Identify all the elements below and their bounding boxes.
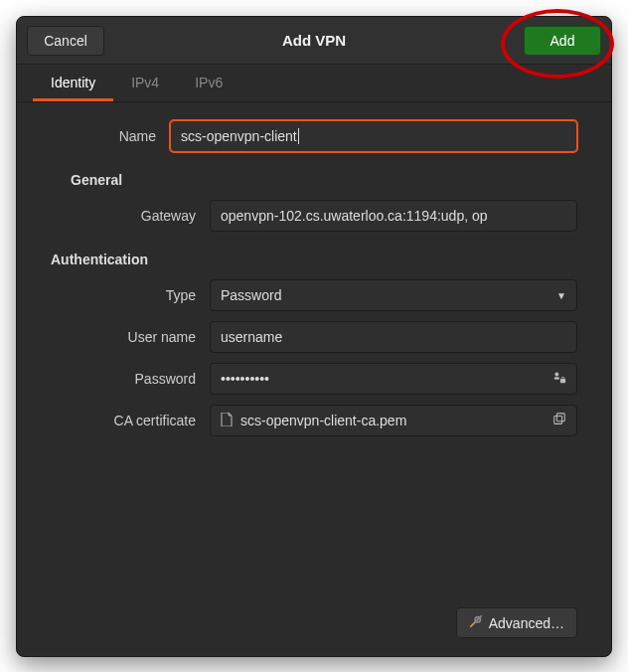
svg-rect-3	[561, 377, 564, 380]
type-value: Password	[221, 287, 281, 303]
tab-ipv4[interactable]: IPv4	[113, 65, 177, 101]
file-icon	[221, 413, 233, 429]
password-store-icon[interactable]	[552, 371, 566, 388]
svg-rect-4	[554, 416, 562, 423]
name-row: Name scs-openvpn-client	[51, 120, 577, 152]
tools-icon	[469, 614, 483, 631]
footer-row: Advanced…	[51, 603, 577, 642]
gateway-value: openvpn-102.cs.uwaterloo.ca:1194:udp, op	[221, 208, 488, 224]
add-button[interactable]: Add	[524, 26, 601, 56]
username-row: User name username	[80, 321, 577, 353]
ca-cert-row: CA certificate scs-openvpn-client-ca.pem	[80, 405, 577, 436]
password-input[interactable]: ••••••••••	[210, 363, 577, 395]
chevron-down-icon: ▼	[556, 290, 566, 301]
advanced-label: Advanced…	[489, 615, 564, 631]
dialog-title: Add VPN	[104, 32, 524, 49]
tab-ipv6[interactable]: IPv6	[177, 65, 240, 101]
text-cursor	[298, 128, 299, 144]
type-label: Type	[80, 287, 210, 303]
ca-cert-label: CA certificate	[80, 413, 210, 428]
svg-point-0	[554, 372, 558, 376]
password-value: ••••••••••	[221, 371, 269, 387]
tab-bar: Identity IPv4 IPv6	[17, 65, 611, 102]
svg-rect-1	[554, 377, 559, 380]
add-vpn-dialog: Cancel Add VPN Add Identity IPv4 IPv6 Na…	[16, 16, 612, 657]
ca-cert-chooser[interactable]: scs-openvpn-client-ca.pem	[210, 405, 577, 436]
gateway-label: Gateway	[80, 208, 210, 224]
general-heading: General	[71, 172, 577, 188]
browse-icon[interactable]	[552, 413, 566, 429]
dialog-header: Cancel Add VPN Add	[17, 17, 611, 65]
username-label: User name	[80, 329, 210, 345]
cancel-button[interactable]: Cancel	[27, 26, 104, 56]
dialog-content: Name scs-openvpn-client General Gateway …	[17, 102, 611, 656]
type-select[interactable]: Password ▼	[210, 279, 577, 311]
gateway-row: Gateway openvpn-102.cs.uwaterloo.ca:1194…	[80, 200, 577, 232]
ca-cert-value: scs-openvpn-client-ca.pem	[240, 413, 406, 428]
username-input[interactable]: username	[210, 321, 577, 353]
username-value: username	[221, 329, 282, 345]
auth-heading: Authentication	[51, 252, 577, 267]
password-label: Password	[80, 371, 210, 387]
password-row: Password ••••••••••	[80, 363, 577, 395]
type-row: Type Password ▼	[80, 279, 577, 311]
advanced-button[interactable]: Advanced…	[456, 607, 577, 638]
name-label: Name	[51, 128, 170, 144]
tab-identity[interactable]: Identity	[33, 65, 113, 101]
name-value: scs-openvpn-client	[181, 128, 297, 144]
gateway-input[interactable]: openvpn-102.cs.uwaterloo.ca:1194:udp, op	[210, 200, 577, 232]
name-input[interactable]: scs-openvpn-client	[170, 120, 577, 152]
svg-rect-5	[556, 413, 564, 420]
